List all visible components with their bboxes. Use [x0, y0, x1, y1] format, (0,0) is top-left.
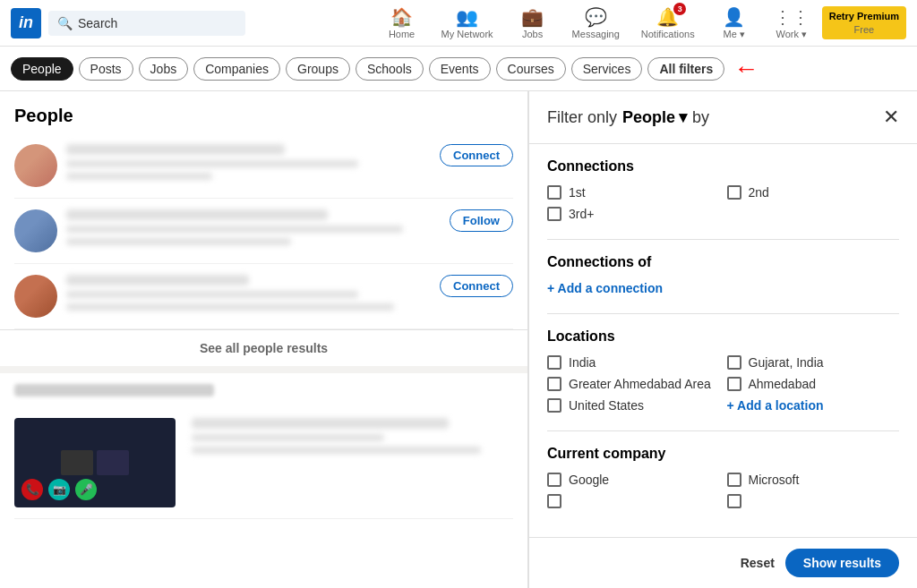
- second-section: 📞 📷 🎤: [0, 366, 527, 530]
- checkbox-greater-ahmedabad[interactable]: Greater Ahmedabad Area: [547, 377, 720, 391]
- nav-item-work-label: Work ▾: [776, 29, 807, 40]
- premium-label: Retry Premium: [829, 10, 899, 22]
- checkbox-1st-box[interactable]: [547, 185, 561, 200]
- table-row: 📞 📷 🎤: [14, 407, 513, 519]
- connect-button[interactable]: Connect: [440, 144, 513, 166]
- home-icon: 🏠: [390, 6, 413, 28]
- nav-item-notifications[interactable]: 🔔 3 Notifications: [632, 6, 704, 39]
- checkbox-ahmedabad[interactable]: Ahmedabad: [727, 377, 900, 391]
- connections-section-title: Connections: [547, 158, 899, 175]
- checkbox-united-states[interactable]: United States: [547, 398, 720, 413]
- checkbox-2nd[interactable]: 2nd: [727, 185, 900, 200]
- add-location-button[interactable]: + Add a location: [727, 398, 900, 413]
- checkbox-1st[interactable]: 1st: [547, 185, 720, 200]
- checkbox-microsoft-label: Microsoft: [749, 473, 800, 487]
- tab-groups[interactable]: Groups: [286, 57, 350, 81]
- current-company-title: Current company: [547, 446, 899, 462]
- work-icon: ⋮⋮: [774, 6, 810, 28]
- nav-item-work[interactable]: ⋮⋮ Work ▾: [765, 6, 818, 40]
- nav-item-jobs-label: Jobs: [522, 29, 543, 39]
- jobs-icon: 💼: [521, 6, 544, 28]
- me-icon: 👤: [723, 6, 745, 28]
- see-all-people-link[interactable]: See all people results: [0, 329, 527, 366]
- checkbox-3rd-box[interactable]: [547, 207, 561, 221]
- nav-item-me[interactable]: 👤 Me ▾: [707, 6, 761, 40]
- tab-people[interactable]: People: [11, 57, 73, 81]
- messaging-icon: 💬: [585, 6, 607, 28]
- checkbox-google-box[interactable]: [547, 473, 561, 487]
- nav-item-messaging-label: Messaging: [572, 29, 620, 39]
- checkbox-microsoft-box[interactable]: [727, 473, 741, 487]
- premium-sub: Free: [829, 23, 899, 36]
- notifications-icon: 🔔 3: [656, 6, 679, 28]
- checkbox-3rd-label: 3rd+: [569, 207, 594, 221]
- linkedin-logo[interactable]: in: [11, 8, 41, 38]
- nav-item-home[interactable]: 🏠 Home: [375, 6, 429, 39]
- end-call-button[interactable]: 📞: [21, 479, 43, 500]
- search-input-text: Search: [78, 16, 117, 30]
- person-title-blurred: [66, 226, 403, 233]
- filter-header: Filter only People ▾ by ✕: [529, 91, 917, 144]
- locations-options: India Gujarat, India Greater Ahmedabad A…: [547, 355, 899, 413]
- divider-2: [547, 313, 899, 314]
- checkbox-extra-2[interactable]: [727, 494, 900, 508]
- checkbox-india-label: India: [569, 355, 596, 370]
- nav-item-jobs[interactable]: 💼 Jobs: [506, 6, 560, 39]
- video-controls: 📞 📷 🎤: [21, 479, 97, 500]
- retry-premium-button[interactable]: Retry Premium Free: [822, 6, 906, 39]
- nav-item-messaging[interactable]: 💬 Messaging: [563, 6, 629, 39]
- nav-item-network-label: My Network: [441, 29, 493, 39]
- reset-button[interactable]: Reset: [741, 556, 775, 570]
- camera-button[interactable]: 📷: [48, 479, 70, 500]
- person2-sub-blurred: [192, 447, 481, 454]
- checkbox-1st-label: 1st: [569, 185, 586, 200]
- show-results-button[interactable]: Show results: [785, 549, 899, 577]
- nav-item-network[interactable]: 👥 My Network: [433, 6, 502, 39]
- search-box[interactable]: 🔍 Search: [48, 11, 245, 36]
- avatar: [14, 144, 57, 187]
- add-connection-button[interactable]: + Add a connection: [547, 281, 899, 295]
- filter-section-connections: Connections 1st 2nd 3rd+: [547, 158, 899, 221]
- people-list: Connect Follow: [0, 133, 527, 329]
- checkbox-ahmedabad-box[interactable]: [727, 377, 741, 391]
- table-row: Connect: [14, 133, 513, 199]
- tab-services[interactable]: Services: [571, 57, 643, 81]
- tab-companies[interactable]: Companies: [193, 57, 280, 81]
- checkbox-gujarat-box[interactable]: [727, 355, 741, 370]
- tab-posts[interactable]: Posts: [79, 57, 133, 81]
- close-filter-button[interactable]: ✕: [883, 106, 899, 129]
- tab-jobs[interactable]: Jobs: [139, 57, 189, 81]
- checkbox-us-box[interactable]: [547, 398, 561, 413]
- checkbox-extra-1[interactable]: [547, 494, 720, 508]
- checkbox-3rd-plus[interactable]: 3rd+: [547, 207, 720, 221]
- avatar: [14, 209, 57, 252]
- checkbox-india-box[interactable]: [547, 355, 561, 370]
- person-sub-blurred: [66, 173, 212, 180]
- checkbox-google[interactable]: Google: [547, 473, 720, 487]
- checkbox-greater-ahmedabad-box[interactable]: [547, 377, 561, 391]
- tab-events[interactable]: Events: [429, 57, 491, 81]
- tab-schools[interactable]: Schools: [356, 57, 424, 81]
- tab-courses[interactable]: Courses: [496, 57, 566, 81]
- person-sub-blurred: [66, 303, 394, 311]
- mic-button[interactable]: 🎤: [75, 479, 97, 500]
- second-section-title-blurred: [14, 384, 214, 396]
- checkbox-extra-1-box[interactable]: [547, 494, 561, 508]
- person-info: [66, 275, 431, 316]
- checkbox-2nd-box[interactable]: [727, 185, 741, 200]
- checkbox-microsoft[interactable]: Microsoft: [727, 473, 900, 487]
- tab-all-filters[interactable]: All filters: [647, 57, 724, 81]
- follow-button[interactable]: Follow: [450, 209, 513, 232]
- filter-entity-dropdown[interactable]: People ▾: [622, 107, 687, 127]
- checkbox-extra-2-box[interactable]: [727, 494, 741, 508]
- checkbox-india[interactable]: India: [547, 355, 720, 370]
- checkbox-gujarat[interactable]: Gujarat, India: [727, 355, 900, 370]
- person-name-blurred: [66, 275, 249, 285]
- table-row: Connect: [14, 264, 513, 329]
- filter-body: Connections 1st 2nd 3rd+: [529, 144, 917, 537]
- person-info-2: [184, 418, 513, 459]
- person2-name-blurred: [192, 418, 449, 429]
- filter-section-current-company: Current company Google Microsoft: [547, 446, 899, 508]
- company-options: Google Microsoft: [547, 473, 899, 508]
- connect-button-2[interactable]: Connect: [440, 275, 513, 297]
